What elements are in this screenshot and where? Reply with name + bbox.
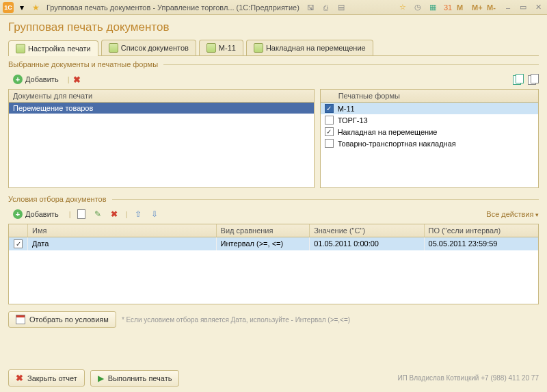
favorite-icon[interactable]: ☆ (397, 2, 409, 13)
tab-strip: Настройка печати Список документов М-11 … (8, 40, 539, 56)
toolbar-save-icon[interactable]: 🖫 (305, 2, 317, 13)
form-checkbox[interactable] (325, 104, 334, 113)
form-row[interactable]: Накладная на перемещение (321, 126, 538, 138)
tab-label: Накладная на перемещение (266, 44, 366, 52)
close-icon: ✖ (16, 373, 23, 383)
plus-icon: + (13, 75, 23, 84)
calendar-filter-icon (16, 315, 25, 324)
tab-doc-list[interactable]: Список документов (101, 40, 196, 55)
mem-mplus-button[interactable]: M+ (472, 3, 484, 12)
window-title: Групповая печать документов - Управление… (46, 3, 299, 12)
run-print-button[interactable]: ▶Выполнить печать (90, 370, 180, 387)
add-condition-button[interactable]: +Добавить (8, 207, 64, 221)
form-row[interactable]: ТОРГ-13 (321, 114, 538, 126)
section-conditions-label: Условия отбора документов (8, 195, 539, 203)
grid-header: Имя Вид сравнения Значение ("С") ПО ("ес… (9, 224, 538, 237)
form-label: М-11 (338, 105, 355, 113)
tab-m11[interactable]: М-11 (199, 40, 243, 55)
mem-mminus-button[interactable]: M- (487, 3, 499, 12)
cell-value: 01.05.2011 0:00:00 (310, 237, 424, 250)
close-report-button[interactable]: ✖Закрыть отчет (8, 369, 85, 387)
app-badge-1c: 1C (3, 2, 14, 13)
filter-by-conditions-button[interactable]: Отобрать по условиям (8, 311, 116, 328)
edit-condition-button[interactable]: ✎ (92, 209, 103, 220)
col-value[interactable]: Значение ("С") (310, 224, 424, 237)
tab-icon (109, 43, 118, 53)
filter-label: Отобрать по условиям (29, 315, 109, 324)
dropdown-icon[interactable]: ▾ (16, 2, 27, 13)
form-checkbox[interactable] (325, 116, 334, 125)
separator: | (68, 75, 70, 83)
mem-m-button[interactable]: M (457, 3, 469, 12)
document-label: Перемещение товаров (13, 104, 93, 112)
condition-row[interactable]: Дата Интервал (>=, <=) 01.05.2011 0:00:0… (9, 237, 538, 250)
tab-label: М-11 (219, 44, 236, 52)
tab-label: Список документов (121, 44, 189, 52)
form-label: Товарно-транспортная накладная (338, 140, 456, 148)
move-up-button[interactable]: ⇧ (133, 209, 144, 220)
tab-icon (254, 43, 263, 53)
documents-header: Документы для печати (9, 90, 314, 103)
conditions-toolbar: +Добавить | ✎ ✖ | ⇧ ⇩ Все действия (8, 207, 539, 221)
col-to[interactable]: ПО ("если интервал) (425, 224, 538, 237)
minimize-button[interactable]: – (502, 2, 514, 13)
plus-icon: + (13, 209, 23, 219)
add-label: Добавить (25, 210, 59, 218)
history-icon[interactable]: ◷ (412, 2, 424, 13)
filter-note: * Если условием отбора является Дата, ис… (122, 316, 350, 324)
form-label: Накладная на перемещение (338, 128, 438, 136)
restore-button[interactable]: ▭ (517, 2, 529, 13)
star-icon[interactable]: ★ (30, 2, 41, 13)
tab-print-settings[interactable]: Настройка печати (8, 40, 98, 56)
conditions-grid: Имя Вид сравнения Значение ("С") ПО ("ес… (8, 224, 539, 304)
toolbar-doc-icon[interactable]: ▤ (335, 2, 347, 13)
delete-condition-button[interactable]: ✖ (109, 209, 120, 220)
document-row[interactable]: Перемещение товаров (9, 103, 314, 114)
forms-header-label: Печатные формы (338, 92, 400, 100)
form-row[interactable]: Товарно-транспортная накладная (321, 138, 538, 149)
titlebar: 1C ▾ ★ Групповая печать документов - Упр… (0, 0, 547, 15)
form-checkbox[interactable] (325, 127, 334, 136)
separator: | (69, 210, 71, 218)
col-name[interactable]: Имя (28, 224, 217, 237)
form-row[interactable]: М-11 (321, 103, 538, 114)
tab-icon (16, 44, 25, 53)
close-label: Закрыть отчет (27, 374, 77, 382)
form-checkbox[interactable] (325, 139, 334, 148)
separator: | (125, 210, 127, 218)
play-icon: ▶ (98, 374, 104, 383)
section-docs-forms-label: Выбранные документы и печатные формы (8, 60, 539, 68)
toolbar-print-icon[interactable]: ⎙ (320, 2, 332, 13)
print-label: Выполнить печать (108, 374, 172, 382)
add-doc-button[interactable]: +Добавить (8, 73, 64, 86)
footer: ✖Закрыть отчет ▶Выполнить печать ИП Влад… (8, 369, 539, 387)
add-label: Добавить (25, 75, 59, 83)
condition-checkbox[interactable] (14, 239, 23, 248)
tab-naklad[interactable]: Накладная на перемещение (246, 40, 373, 55)
calendar-icon[interactable]: 31 (442, 2, 454, 13)
form-label: ТОРГ-13 (338, 116, 368, 125)
copy-condition-button[interactable] (76, 209, 87, 220)
tab-label: Настройка печати (28, 44, 91, 53)
vendor-info: ИП Владислав Котвицкий +7 (988) 411 20 7… (397, 374, 539, 382)
print-forms-panel: Печатные формы М-11 ТОРГ-13 Накладная на… (320, 89, 539, 188)
check-all-button[interactable] (513, 74, 524, 85)
delete-doc-button[interactable]: ✖ (73, 75, 81, 85)
cell-name: Дата (28, 237, 217, 250)
print-forms-header: Печатные формы (321, 90, 538, 103)
tab-icon (206, 43, 216, 53)
cell-to: 05.05.2011 23:59:59 (425, 237, 538, 250)
page-title: Групповая печать документов (8, 21, 539, 34)
uncheck-all-button[interactable] (528, 74, 539, 85)
cell-compare: Интервал (>=, <=) (217, 237, 310, 250)
docs-toolbar: +Добавить | ✖ (8, 73, 539, 86)
move-down-button[interactable]: ⇩ (149, 209, 160, 220)
col-compare[interactable]: Вид сравнения (217, 224, 310, 237)
close-window-button[interactable]: ✕ (532, 2, 544, 13)
calc-icon[interactable]: ▦ (427, 2, 439, 13)
all-actions-menu[interactable]: Все действия (486, 210, 539, 218)
documents-panel: Документы для печати Перемещение товаров (8, 89, 315, 188)
